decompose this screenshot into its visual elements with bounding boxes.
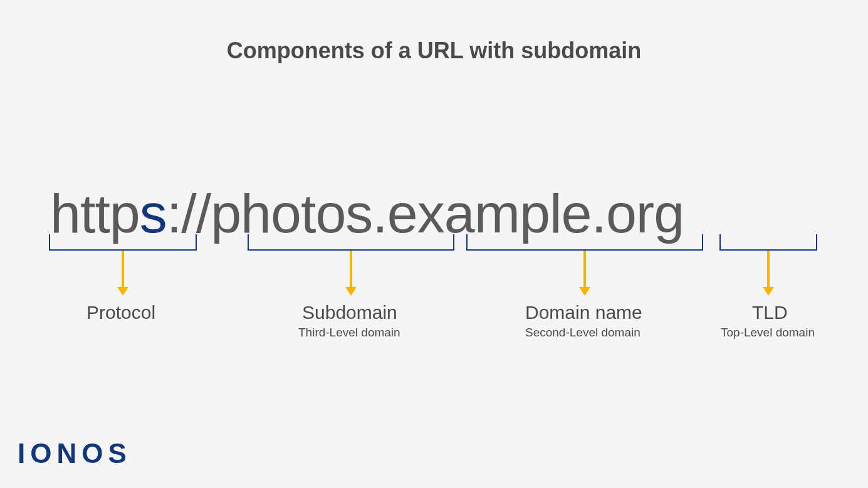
label-protocol: Protocol: [86, 302, 155, 323]
bracket-protocol: [49, 234, 197, 251]
arrowhead-tld: [763, 287, 774, 296]
arrow-protocol: [122, 251, 124, 288]
ionos-logo: IONOS: [18, 438, 132, 469]
label-subdomain: Subdomain: [302, 302, 397, 323]
bracket-domain: [466, 234, 703, 251]
label-domain: Domain name: [525, 302, 642, 323]
label-tld: TLD: [752, 302, 788, 323]
sublabel-tld: Top-Level domain: [721, 326, 815, 340]
sublabel-subdomain: Third-Level domain: [298, 326, 400, 340]
arrowhead-protocol: [117, 287, 128, 296]
arrowhead-domain: [579, 287, 590, 296]
diagram-title: Components of a URL with subdomain: [0, 38, 868, 64]
arrowhead-subdomain: [345, 287, 357, 296]
bracket-subdomain: [248, 234, 454, 251]
sublabel-domain: Second-Level domain: [525, 326, 641, 340]
arrow-tld: [767, 251, 770, 288]
arrow-subdomain: [350, 251, 352, 288]
bracket-tld: [719, 234, 817, 251]
arrow-domain: [583, 251, 586, 288]
